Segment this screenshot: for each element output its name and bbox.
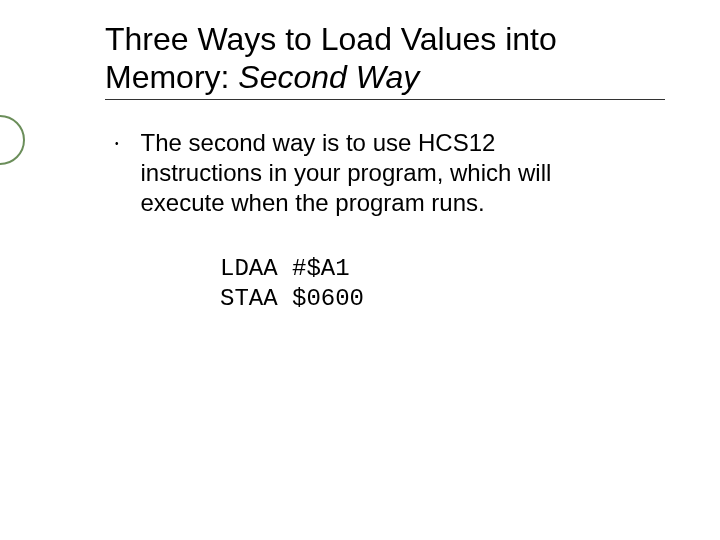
slide-content: Three Ways to Load Values into Memory: S… bbox=[0, 0, 720, 334]
bullet-text: The second way is to use HCS12 instructi… bbox=[141, 128, 586, 218]
code-block: LDAA #$A1 STAA $0600 bbox=[220, 254, 670, 314]
title-line-2-plain: Memory: bbox=[105, 59, 238, 95]
code-line-1: LDAA #$A1 bbox=[220, 255, 350, 282]
bullet-marker-icon: • bbox=[115, 138, 119, 218]
title-line-2-italic: Second Way bbox=[238, 59, 419, 95]
slide-title: Three Ways to Load Values into Memory: S… bbox=[105, 20, 665, 100]
title-line-2: Memory: Second Way bbox=[105, 58, 665, 96]
code-line-2: STAA $0600 bbox=[220, 285, 364, 312]
bullet-item: • The second way is to use HCS12 instruc… bbox=[115, 128, 670, 218]
title-line-1: Three Ways to Load Values into bbox=[105, 20, 665, 58]
